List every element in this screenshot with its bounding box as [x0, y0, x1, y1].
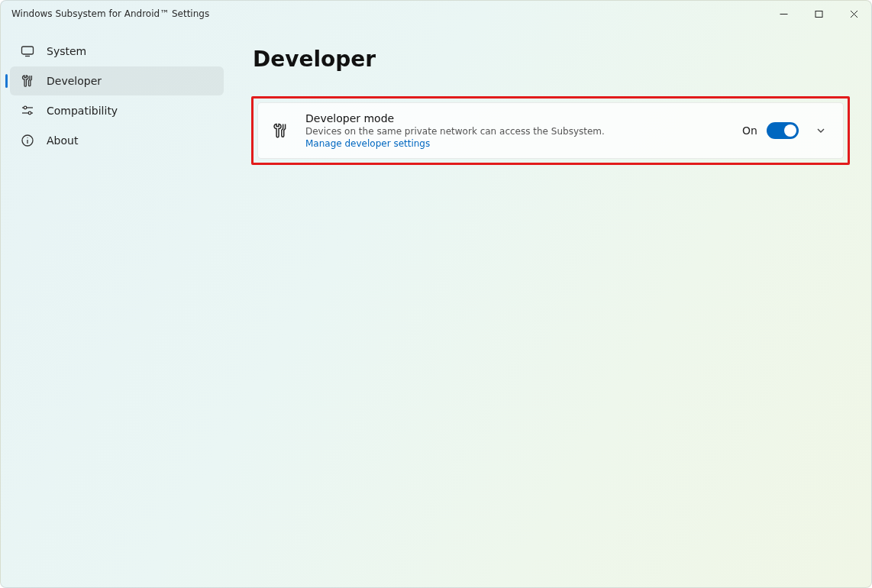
caption-buttons — [766, 1, 871, 27]
sidebar-item-system[interactable]: System — [10, 37, 224, 66]
developer-mode-card[interactable]: Developer mode Devices on the same priva… — [257, 102, 844, 159]
tools-icon — [21, 74, 34, 88]
svg-point-9 — [28, 111, 31, 115]
sidebar-item-label: System — [47, 45, 86, 57]
card-text: Developer mode Devices on the same priva… — [305, 112, 730, 149]
manage-developer-settings-link[interactable]: Manage developer settings — [305, 138, 430, 149]
tools-icon — [272, 122, 289, 139]
toggle-thumb — [784, 124, 796, 137]
sidebar-item-label: About — [47, 134, 78, 147]
window-body: System Developer Compa — [1, 27, 871, 587]
card-title: Developer mode — [305, 112, 730, 124]
sidebar-item-compatibility[interactable]: Compatibility — [10, 96, 224, 125]
svg-point-12 — [27, 137, 27, 138]
app-window: Windows Subsystem for Android™ Settings — [0, 0, 872, 588]
toggle-state-label: On — [742, 124, 757, 137]
sidebar-item-about[interactable]: About — [10, 126, 224, 155]
minimize-icon — [780, 10, 788, 18]
maximize-icon — [815, 10, 823, 18]
close-button[interactable] — [836, 1, 871, 27]
sidebar-item-label: Compatibility — [47, 105, 118, 117]
main-content: Developer Developer mode Devices on the … — [230, 27, 871, 587]
minimize-button[interactable] — [766, 1, 801, 27]
info-icon — [21, 134, 34, 147]
chevron-down-icon — [815, 125, 826, 136]
svg-rect-1 — [815, 11, 822, 17]
window-title: Windows Subsystem for Android™ Settings — [11, 1, 209, 27]
close-icon — [850, 10, 858, 18]
card-subtitle: Devices on the same private network can … — [305, 126, 730, 137]
maximize-button[interactable] — [801, 1, 836, 27]
svg-point-7 — [24, 106, 27, 109]
page-title: Developer — [253, 47, 850, 72]
sidebar-item-label: Developer — [47, 75, 102, 87]
display-icon — [21, 44, 34, 58]
sliders-icon — [21, 104, 34, 118]
sidebar: System Developer Compa — [1, 27, 230, 587]
sidebar-item-developer[interactable]: Developer — [10, 66, 224, 95]
svg-rect-4 — [22, 47, 34, 54]
highlight-annotation: Developer mode Devices on the same priva… — [251, 96, 850, 165]
developer-mode-toggle[interactable] — [767, 122, 799, 139]
toggle-group: On — [742, 122, 799, 139]
titlebar: Windows Subsystem for Android™ Settings — [1, 1, 871, 27]
